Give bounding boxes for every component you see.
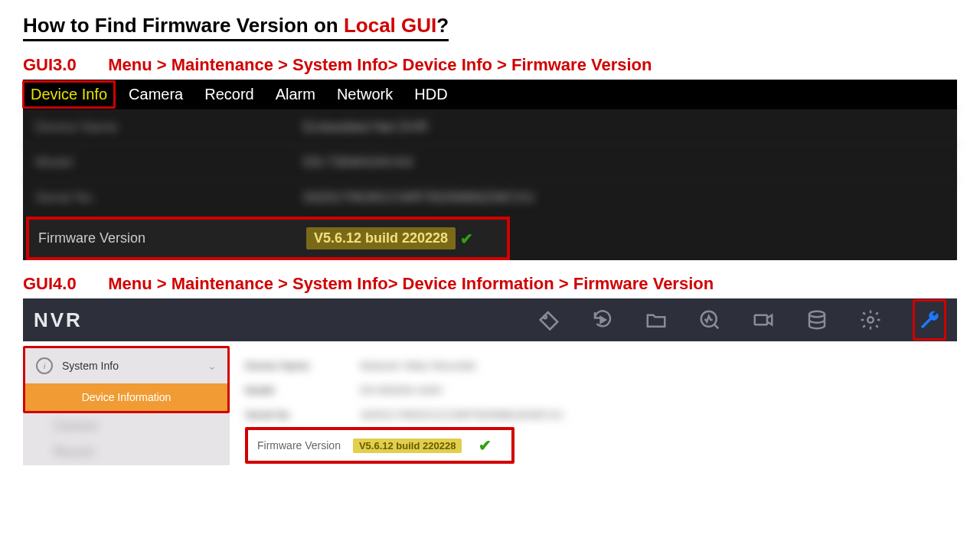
tab-device-info[interactable]: Device Info bbox=[22, 80, 116, 109]
gui3-row-model: Model DS-7304HUHI-K4 bbox=[23, 145, 957, 180]
tab-hdd[interactable]: HDD bbox=[414, 86, 447, 103]
gear-icon[interactable] bbox=[859, 308, 882, 331]
sidebar-item-record[interactable]: Record bbox=[23, 439, 230, 465]
gui4-fw-value: V5.6.12 build 220228 bbox=[353, 439, 462, 453]
gui4-topbar: NVR bbox=[23, 298, 957, 341]
tab-record[interactable]: Record bbox=[204, 86, 253, 103]
gui4-row-serial: Serial No.1620217062021CCWR7825686162WCV… bbox=[245, 403, 942, 427]
folder-icon[interactable] bbox=[645, 308, 668, 331]
check-icon: ✔ bbox=[479, 436, 492, 455]
gui3-row-device-name: Device Name Embedded Net DVR bbox=[23, 109, 957, 145]
search-activity-icon[interactable] bbox=[698, 308, 721, 331]
gui3-tabs: Device Info Camera Record Alarm Network … bbox=[23, 80, 957, 109]
sidebar-item-camera[interactable]: Camera bbox=[23, 413, 230, 439]
gui3-fw-value: V5.6.12 build 220228 bbox=[306, 227, 456, 249]
gui4-breadcrumb: Menu > Maintenance > System Info> Device… bbox=[108, 274, 714, 293]
gui3-panel: Device Info Camera Record Alarm Network … bbox=[23, 80, 957, 260]
chevron-down-icon: ⌄ bbox=[207, 360, 217, 372]
playback-icon[interactable] bbox=[591, 308, 614, 331]
sidebar-item-system-info[interactable]: i System Info ⌄ bbox=[25, 348, 227, 383]
gui4-sidebar-highlight: i System Info ⌄ Device Information bbox=[23, 346, 230, 413]
gui4-row-model: ModelDS-9632NI-I16/H bbox=[245, 378, 942, 403]
gui3-fw-label: Firmware Version bbox=[38, 230, 306, 246]
gui3-breadcrumb: Menu > Maintenance > System Info> Device… bbox=[108, 55, 652, 74]
maintenance-icon-highlight bbox=[913, 299, 946, 341]
gui4-heading: GUI4.0 Menu > Maintenance > System Info>… bbox=[23, 274, 957, 294]
gui3-firmware-row: Firmware Version V5.6.12 build 220228 ✔ bbox=[26, 217, 510, 260]
gui4-row-device-name: Device NameNetwork Video Recorder bbox=[245, 354, 942, 378]
tab-network[interactable]: Network bbox=[337, 86, 393, 103]
svg-point-0 bbox=[544, 315, 547, 318]
gui4-fw-label: Firmware Version bbox=[257, 439, 341, 452]
svg-point-3 bbox=[809, 311, 825, 318]
page-title: How to Find Firmware Version on Local GU… bbox=[23, 14, 449, 41]
database-icon[interactable] bbox=[805, 308, 828, 331]
gui3-heading: GUI3.0 Menu > Maintenance > System Info>… bbox=[23, 55, 957, 75]
tag-icon[interactable] bbox=[537, 308, 560, 331]
camera-icon[interactable] bbox=[752, 308, 775, 331]
svg-point-4 bbox=[867, 317, 874, 323]
nvr-logo: NVR bbox=[34, 308, 83, 332]
wrench-icon[interactable] bbox=[918, 308, 941, 331]
sidebar-item-device-information[interactable]: Device Information bbox=[25, 383, 227, 411]
gui4-firmware-row: Firmware Version V5.6.12 build 220228 ✔ bbox=[245, 427, 514, 464]
check-icon: ✔ bbox=[460, 230, 473, 248]
svg-rect-2 bbox=[755, 315, 767, 325]
gui3-row-serial: Serial No. 0420170630CCWR78256866ZWCVU bbox=[23, 180, 957, 215]
tab-alarm[interactable]: Alarm bbox=[276, 86, 315, 103]
tab-camera[interactable]: Camera bbox=[129, 86, 183, 103]
info-icon: i bbox=[36, 357, 53, 374]
